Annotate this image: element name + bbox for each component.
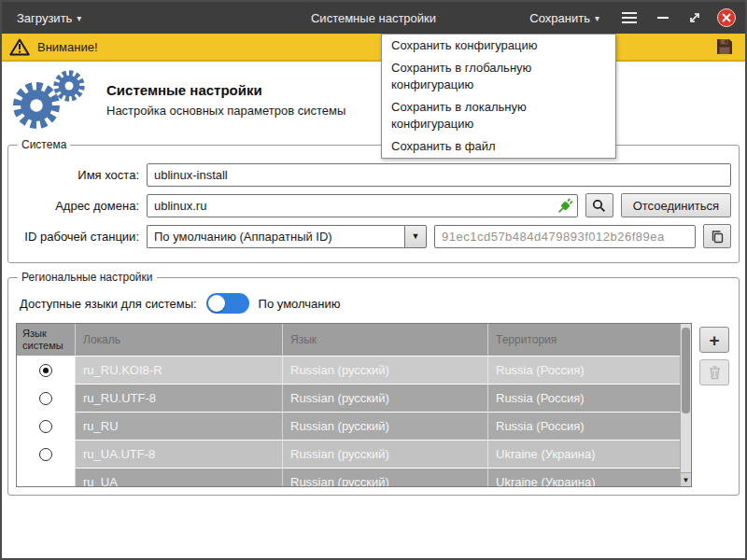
scrollbar-thumb[interactable] [682, 328, 690, 413]
plus-icon: + [709, 331, 719, 349]
floppy-disk-icon [715, 37, 734, 56]
system-settings-window: Загрузить ▾ Системные настройки Сохранит… [0, 0, 747, 560]
cell-language: Russian (русский) [282, 413, 487, 440]
disconnect-button[interactable]: Отсоединиться [621, 193, 731, 217]
table-row[interactable]: ru_UA Russian (русский) Ukraine (Украина… [17, 468, 691, 487]
cell-language: Russian (русский) [282, 469, 487, 487]
languages-label: Доступные языки для системы: [20, 297, 197, 311]
station-id-value-field [434, 225, 696, 248]
regional-group-legend: Региональные настройки [18, 271, 157, 284]
cell-territory: Russia (Россия) [487, 385, 691, 412]
cell-territory: Ukraine (Украина) [487, 441, 691, 468]
toggle-value-label: По умолчанию [259, 297, 341, 311]
hostname-label: Имя хоста: [16, 168, 139, 182]
station-id-row: ID рабочей станции: По умолчанию (Аппара… [16, 224, 731, 248]
minimize-button[interactable] [654, 8, 672, 27]
regional-group: Региональные настройки Доступные языки д… [7, 271, 740, 496]
menu-item-save-to-file[interactable]: Сохранить в файл [382, 135, 615, 158]
locales-table: Язык системы Локаль Язык Территория ru_R… [16, 323, 692, 487]
page-header: Системные настройки Настройка основных п… [2, 62, 745, 136]
hamburger-menu-button[interactable] [618, 8, 641, 27]
titlebar: Загрузить ▾ Системные настройки Сохранит… [2, 2, 745, 34]
cell-locale: ru_UA.UTF-8 [75, 441, 282, 468]
warning-icon [9, 38, 30, 56]
table-row[interactable]: ru_UA.UTF-8 Russian (русский) Ukraine (У… [17, 440, 691, 468]
station-id-label: ID рабочей станции: [16, 230, 139, 244]
languages-toggle-row: Доступные языки для системы: По умолчани… [20, 293, 731, 314]
load-menu-button[interactable]: Загрузить ▾ [11, 7, 87, 29]
cell-territory: Russia (Россия) [487, 357, 691, 384]
menu-item-save-global-config[interactable]: Сохранить в глобальную конфигурацию [382, 57, 615, 96]
domain-input[interactable] [147, 194, 578, 217]
menu-item-save-local-config[interactable]: Сохранить в локальную конфигурацию [382, 96, 615, 135]
radio-cell [17, 385, 75, 412]
copy-icon [711, 230, 725, 244]
table-header: Язык системы Локаль Язык Территория [17, 324, 691, 356]
system-group-legend: Система [18, 138, 70, 151]
languages-toggle[interactable] [206, 293, 249, 314]
table-row[interactable]: ru_RU.UTF-8 Russian (русский) Russia (Ро… [17, 384, 691, 412]
save-settings-button[interactable] [712, 37, 738, 56]
cell-language: Russian (русский) [282, 357, 487, 384]
save-menu-button[interactable]: Сохранить ▾ [524, 7, 605, 29]
header-system-language: Язык системы [17, 324, 75, 356]
station-id-select[interactable]: По умолчанию (Аппаратный ID) ▼ [147, 225, 427, 248]
titlebar-controls: Сохранить ▾ [524, 7, 736, 29]
trash-icon [708, 365, 722, 380]
cell-locale: ru_UA [75, 469, 282, 487]
scroll-down-button[interactable]: ▼ [681, 472, 691, 486]
combo-dropdown-button[interactable]: ▼ [404, 225, 427, 248]
radio-cell [17, 441, 75, 468]
minimize-icon [657, 17, 669, 19]
header-territory: Территория [487, 324, 691, 356]
cell-language: Russian (русский) [282, 441, 487, 468]
system-group: Система Имя хоста: Адрес домена: [7, 138, 740, 263]
menu-item-save-config[interactable]: Сохранить конфигурацию [382, 35, 615, 57]
delete-locale-button[interactable] [699, 359, 729, 385]
radio-cell [17, 357, 75, 384]
cell-territory: Russia (Россия) [487, 413, 691, 440]
page-subtitle: Настройка основных параметров системы [106, 104, 345, 118]
cell-locale: ru_RU.KOI8-R [75, 357, 282, 384]
hamburger-icon [622, 12, 637, 14]
toggle-knob [208, 295, 225, 312]
domain-row: Адрес домена: Отсоединиться [16, 193, 731, 217]
close-icon [722, 13, 731, 22]
load-menu-label: Загрузить [17, 11, 72, 25]
domain-label: Адрес домена: [16, 199, 139, 213]
chevron-down-icon: ▾ [77, 13, 81, 23]
warning-bar: Внимание! [2, 34, 745, 62]
header-language: Язык [282, 324, 487, 356]
table-row[interactable]: ru_RU Russian (русский) Russia (Россия) [17, 412, 691, 440]
cell-locale: ru_RU.UTF-8 [75, 385, 282, 412]
chevron-down-icon: ▼ [683, 476, 690, 484]
radio-cell [17, 469, 75, 487]
locale-radio[interactable] [39, 364, 52, 377]
station-id-selected-value: По умолчанию (Аппаратный ID) [147, 225, 404, 248]
domain-field-wrap [147, 194, 578, 217]
cell-locale: ru_RU [75, 413, 282, 440]
locale-radio[interactable] [39, 448, 52, 461]
search-icon [592, 199, 606, 213]
add-locale-button[interactable]: + [699, 327, 729, 353]
table-row[interactable]: ru_RU.KOI8-R Russian (русский) Russia (Р… [17, 356, 691, 384]
chevron-down-icon: ▼ [412, 231, 420, 241]
chevron-down-icon: ▾ [595, 13, 599, 23]
table-side-buttons: + [699, 323, 731, 385]
maximize-button[interactable] [685, 8, 704, 27]
locale-radio[interactable] [39, 420, 52, 433]
hostname-input[interactable] [147, 163, 731, 187]
gears-icon [11, 69, 92, 131]
table-scrollbar[interactable]: ▼ [680, 324, 691, 486]
locale-radio[interactable] [39, 392, 52, 405]
copy-id-button[interactable] [703, 224, 731, 248]
save-dropdown-menu: Сохранить конфигурацию Сохранить в глоба… [381, 34, 616, 159]
hostname-row: Имя хоста: [16, 163, 731, 187]
save-menu-label: Сохранить [529, 11, 590, 25]
page-header-text: Системные настройки Настройка основных п… [106, 82, 345, 118]
close-button[interactable] [717, 8, 736, 27]
locales-table-zone: Язык системы Локаль Язык Территория ru_R… [16, 323, 731, 487]
search-button[interactable] [585, 193, 613, 217]
connected-plug-icon [557, 198, 573, 214]
warning-label: Внимание! [37, 40, 98, 54]
